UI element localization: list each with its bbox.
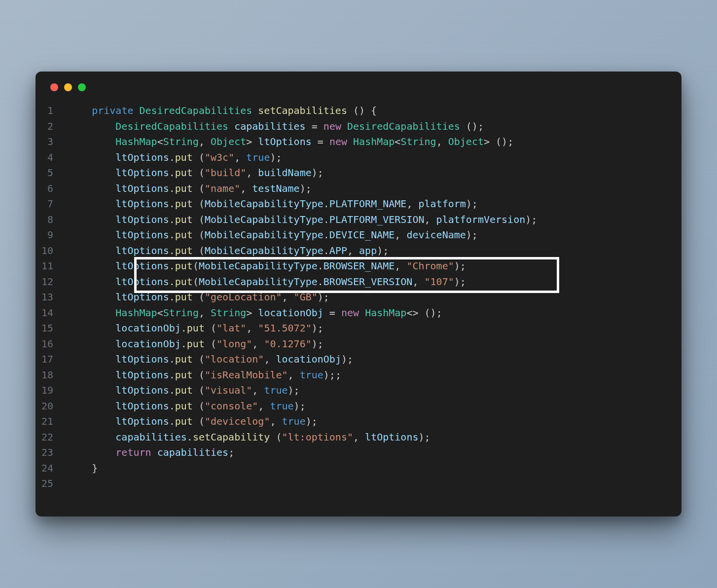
line-number: 25 (36, 476, 68, 492)
code-line: 23 return capabilities; (36, 445, 667, 461)
code-line: 12 ltOptions.put(MobileCapabilityType.BR… (36, 274, 667, 290)
code-editor[interactable]: 1 private DesiredCapabilities setCapabil… (36, 103, 681, 492)
code-line: 5 ltOptions.put ("build", buildName); (36, 165, 667, 181)
line-number: 17 (36, 352, 68, 368)
code-line: 3 HashMap<String, Object> ltOptions = ne… (36, 134, 667, 150)
code-content: DesiredCapabilities capabilities = new D… (68, 119, 484, 135)
line-number: 1 (36, 103, 68, 119)
code-content: locationObj.put ("lat", "51.5072"); (68, 321, 323, 336)
line-number: 13 (36, 290, 68, 305)
line-number: 14 (36, 305, 68, 321)
code-line: 19 ltOptions.put ("visual", true); (36, 383, 667, 399)
code-line: 16 locationObj.put ("long", "0.1276"); (36, 336, 667, 352)
code-line: 21 ltOptions.put ("devicelog", true); (36, 414, 667, 430)
minimize-icon[interactable] (64, 83, 72, 91)
code-content: capabilities.setCapability ("lt:options"… (68, 430, 430, 445)
code-line: 6 ltOptions.put ("name", testName); (36, 181, 667, 197)
line-number: 2 (36, 119, 68, 135)
code-content: ltOptions.put ("geoLocation", "GB"); (68, 290, 329, 305)
code-content: ltOptions.put (MobileCapabilityType.PLAT… (68, 196, 478, 212)
code-content: return capabilities; (68, 445, 234, 461)
line-number: 5 (36, 165, 68, 181)
code-content: ltOptions.put (MobileCapabilityType.DEVI… (68, 227, 478, 243)
code-line: 17 ltOptions.put ("location", locationOb… (36, 352, 667, 368)
line-number: 16 (36, 336, 68, 352)
code-content: ltOptions.put ("build", buildName); (68, 165, 323, 181)
line-number: 22 (36, 430, 68, 445)
code-content: HashMap<String, String> locationObj = ne… (68, 305, 442, 321)
line-number: 24 (36, 461, 68, 477)
code-line: 15 locationObj.put ("lat", "51.5072"); (36, 321, 667, 336)
code-line: 14 HashMap<String, String> locationObj =… (36, 305, 667, 321)
line-number: 15 (36, 321, 68, 336)
code-content: ltOptions.put ("isRealMobile", true);; (68, 368, 341, 383)
code-line: 10 ltOptions.put (MobileCapabilityType.A… (36, 243, 667, 259)
line-number: 7 (36, 196, 68, 212)
line-number: 21 (36, 414, 68, 430)
line-number: 19 (36, 383, 68, 399)
line-number: 11 (36, 258, 68, 274)
code-line: 8 ltOptions.put (MobileCapabilityType.PL… (36, 212, 667, 228)
code-content: } (68, 461, 98, 477)
code-content: ltOptions.put (MobileCapabilityType.APP,… (68, 243, 389, 259)
code-line: 7 ltOptions.put (MobileCapabilityType.PL… (36, 196, 667, 212)
code-line: 4 ltOptions.put ("w3c", true); (36, 150, 667, 166)
code-content: HashMap<String, Object> ltOptions = new … (68, 134, 513, 150)
maximize-icon[interactable] (78, 83, 86, 91)
code-content: ltOptions.put ("visual", true); (68, 383, 300, 399)
close-icon[interactable] (50, 83, 58, 91)
code-line: 22 capabilities.setCapability ("lt:optio… (36, 430, 667, 445)
code-window: 1 private DesiredCapabilities setCapabil… (36, 72, 681, 516)
line-number: 18 (36, 368, 68, 383)
code-line: 2 DesiredCapabilities capabilities = new… (36, 119, 667, 135)
line-number: 6 (36, 181, 68, 197)
line-number: 3 (36, 134, 68, 150)
code-content: ltOptions.put ("location", locationObj); (68, 352, 353, 368)
line-number: 4 (36, 150, 68, 166)
line-number: 23 (36, 445, 68, 461)
code-line: 18 ltOptions.put ("isRealMobile", true);… (36, 368, 667, 383)
code-content: private DesiredCapabilities setCapabilit… (68, 103, 377, 119)
line-number: 10 (36, 243, 68, 259)
code-content: ltOptions.put(MobileCapabilityType.BROWS… (68, 274, 466, 290)
code-line: 25 (36, 476, 667, 492)
line-number: 9 (36, 227, 68, 243)
code-content: ltOptions.put ("devicelog", true); (68, 414, 318, 430)
line-number: 20 (36, 399, 68, 414)
code-content: ltOptions.put ("console", true); (68, 399, 306, 414)
code-line: 9 ltOptions.put (MobileCapabilityType.DE… (36, 227, 667, 243)
code-line: 11 ltOptions.put(MobileCapabilityType.BR… (36, 258, 667, 274)
code-line: 1 private DesiredCapabilities setCapabil… (36, 103, 667, 119)
line-number: 8 (36, 212, 68, 228)
code-content: ltOptions.put(MobileCapabilityType.BROWS… (68, 258, 466, 274)
window-titlebar (36, 72, 681, 103)
line-number: 12 (36, 274, 68, 290)
code-line: 20 ltOptions.put ("console", true); (36, 399, 667, 414)
code-content: ltOptions.put ("name", testName); (68, 181, 312, 197)
code-content: locationObj.put ("long", "0.1276"); (68, 336, 323, 352)
code-content: ltOptions.put (MobileCapabilityType.PLAT… (68, 212, 537, 228)
code-line: 13 ltOptions.put ("geoLocation", "GB"); (36, 290, 667, 305)
code-content: ltOptions.put ("w3c", true); (68, 150, 282, 166)
code-line: 24 } (36, 461, 667, 477)
